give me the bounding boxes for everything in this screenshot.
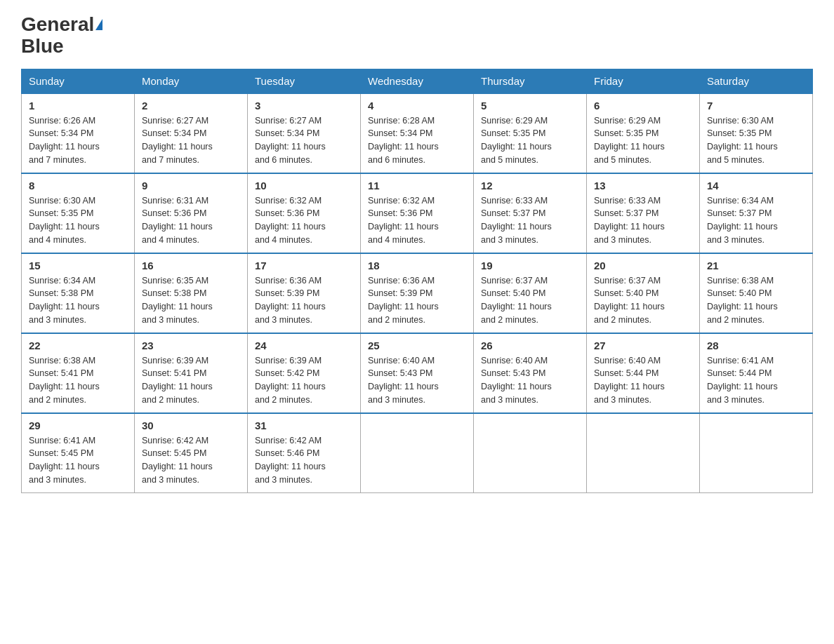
day-info: Sunrise: 6:32 AMSunset: 5:36 PMDaylight:… (368, 196, 439, 245)
day-number: 30 (142, 420, 240, 431)
weekday-header-row: SundayMondayTuesdayWednesdayThursdayFrid… (22, 69, 813, 93)
calendar-day-cell: 26 Sunrise: 6:40 AMSunset: 5:43 PMDaylig… (474, 333, 587, 413)
calendar-day-cell: 22 Sunrise: 6:38 AMSunset: 5:41 PMDaylig… (22, 333, 135, 413)
day-number: 24 (255, 340, 353, 351)
day-number: 6 (594, 100, 692, 112)
calendar-day-cell: 4 Sunrise: 6:28 AMSunset: 5:34 PMDayligh… (361, 93, 474, 173)
day-info: Sunrise: 6:41 AMSunset: 5:45 PMDaylight:… (29, 436, 100, 485)
calendar-day-cell: 10 Sunrise: 6:32 AMSunset: 5:36 PMDaylig… (248, 173, 361, 253)
calendar-day-cell: 21 Sunrise: 6:38 AMSunset: 5:40 PMDaylig… (700, 253, 813, 333)
weekday-header-saturday: Saturday (700, 69, 813, 93)
day-info: Sunrise: 6:39 AMSunset: 5:41 PMDaylight:… (142, 356, 213, 405)
calendar-day-cell (474, 413, 587, 493)
day-number: 22 (29, 340, 127, 351)
calendar-day-cell: 5 Sunrise: 6:29 AMSunset: 5:35 PMDayligh… (474, 93, 587, 173)
logo: General Blue (21, 14, 102, 58)
calendar-day-cell (700, 413, 813, 493)
day-info: Sunrise: 6:37 AMSunset: 5:40 PMDaylight:… (594, 276, 665, 325)
day-info: Sunrise: 6:29 AMSunset: 5:35 PMDaylight:… (481, 116, 552, 165)
day-info: Sunrise: 6:37 AMSunset: 5:40 PMDaylight:… (481, 276, 552, 325)
calendar-week-row: 8 Sunrise: 6:30 AMSunset: 5:35 PMDayligh… (22, 173, 813, 253)
day-info: Sunrise: 6:27 AMSunset: 5:34 PMDaylight:… (142, 116, 213, 165)
calendar-day-cell (587, 413, 700, 493)
day-number: 28 (707, 340, 805, 351)
day-info: Sunrise: 6:38 AMSunset: 5:40 PMDaylight:… (707, 276, 778, 325)
day-number: 5 (481, 100, 579, 112)
calendar-week-row: 15 Sunrise: 6:34 AMSunset: 5:38 PMDaylig… (22, 253, 813, 333)
calendar-day-cell: 20 Sunrise: 6:37 AMSunset: 5:40 PMDaylig… (587, 253, 700, 333)
weekday-header-monday: Monday (135, 69, 248, 93)
day-info: Sunrise: 6:28 AMSunset: 5:34 PMDaylight:… (368, 116, 439, 165)
day-info: Sunrise: 6:36 AMSunset: 5:39 PMDaylight:… (255, 276, 326, 325)
calendar-day-cell: 24 Sunrise: 6:39 AMSunset: 5:42 PMDaylig… (248, 333, 361, 413)
calendar-day-cell: 27 Sunrise: 6:40 AMSunset: 5:44 PMDaylig… (587, 333, 700, 413)
day-info: Sunrise: 6:34 AMSunset: 5:38 PMDaylight:… (29, 276, 100, 325)
day-info: Sunrise: 6:30 AMSunset: 5:35 PMDaylight:… (29, 196, 100, 245)
day-number: 3 (255, 100, 353, 112)
day-info: Sunrise: 6:29 AMSunset: 5:35 PMDaylight:… (594, 116, 665, 165)
day-number: 7 (707, 100, 805, 112)
day-number: 27 (594, 340, 692, 351)
weekday-header-wednesday: Wednesday (361, 69, 474, 93)
page-header: General Blue (21, 14, 813, 58)
calendar-table: SundayMondayTuesdayWednesdayThursdayFrid… (21, 69, 813, 493)
day-number: 19 (481, 260, 579, 271)
calendar-day-cell: 13 Sunrise: 6:33 AMSunset: 5:37 PMDaylig… (587, 173, 700, 253)
day-info: Sunrise: 6:34 AMSunset: 5:37 PMDaylight:… (707, 196, 778, 245)
day-number: 25 (368, 340, 466, 351)
calendar-day-cell: 14 Sunrise: 6:34 AMSunset: 5:37 PMDaylig… (700, 173, 813, 253)
day-number: 20 (594, 260, 692, 271)
day-info: Sunrise: 6:31 AMSunset: 5:36 PMDaylight:… (142, 196, 213, 245)
calendar-week-row: 29 Sunrise: 6:41 AMSunset: 5:45 PMDaylig… (22, 413, 813, 493)
day-number: 18 (368, 260, 466, 271)
calendar-day-cell: 9 Sunrise: 6:31 AMSunset: 5:36 PMDayligh… (135, 173, 248, 253)
day-info: Sunrise: 6:42 AMSunset: 5:45 PMDaylight:… (142, 436, 213, 485)
day-info: Sunrise: 6:36 AMSunset: 5:39 PMDaylight:… (368, 276, 439, 325)
calendar-day-cell: 12 Sunrise: 6:33 AMSunset: 5:37 PMDaylig… (474, 173, 587, 253)
day-number: 1 (29, 100, 127, 112)
day-number: 12 (481, 180, 579, 192)
day-number: 9 (142, 180, 240, 192)
logo-general: General (21, 14, 94, 36)
day-number: 11 (368, 180, 466, 192)
calendar-day-cell: 15 Sunrise: 6:34 AMSunset: 5:38 PMDaylig… (22, 253, 135, 333)
day-number: 29 (29, 420, 127, 431)
day-info: Sunrise: 6:35 AMSunset: 5:38 PMDaylight:… (142, 276, 213, 325)
calendar-day-cell: 7 Sunrise: 6:30 AMSunset: 5:35 PMDayligh… (700, 93, 813, 173)
calendar-day-cell: 11 Sunrise: 6:32 AMSunset: 5:36 PMDaylig… (361, 173, 474, 253)
calendar-week-row: 1 Sunrise: 6:26 AMSunset: 5:34 PMDayligh… (22, 93, 813, 173)
calendar-day-cell: 18 Sunrise: 6:36 AMSunset: 5:39 PMDaylig… (361, 253, 474, 333)
calendar-day-cell: 2 Sunrise: 6:27 AMSunset: 5:34 PMDayligh… (135, 93, 248, 173)
weekday-header-friday: Friday (587, 69, 700, 93)
calendar-day-cell: 29 Sunrise: 6:41 AMSunset: 5:45 PMDaylig… (22, 413, 135, 493)
day-number: 16 (142, 260, 240, 271)
day-number: 21 (707, 260, 805, 271)
calendar-day-cell: 25 Sunrise: 6:40 AMSunset: 5:43 PMDaylig… (361, 333, 474, 413)
day-number: 2 (142, 100, 240, 112)
day-number: 14 (707, 180, 805, 192)
day-number: 26 (481, 340, 579, 351)
day-info: Sunrise: 6:32 AMSunset: 5:36 PMDaylight:… (255, 196, 326, 245)
day-info: Sunrise: 6:33 AMSunset: 5:37 PMDaylight:… (481, 196, 552, 245)
day-number: 31 (255, 420, 353, 431)
day-number: 15 (29, 260, 127, 271)
logo-triangle-icon (95, 19, 102, 30)
calendar-day-cell: 28 Sunrise: 6:41 AMSunset: 5:44 PMDaylig… (700, 333, 813, 413)
logo-blue: Blue (21, 36, 64, 58)
calendar-day-cell: 19 Sunrise: 6:37 AMSunset: 5:40 PMDaylig… (474, 253, 587, 333)
calendar-day-cell: 1 Sunrise: 6:26 AMSunset: 5:34 PMDayligh… (22, 93, 135, 173)
calendar-day-cell: 17 Sunrise: 6:36 AMSunset: 5:39 PMDaylig… (248, 253, 361, 333)
calendar-day-cell: 3 Sunrise: 6:27 AMSunset: 5:34 PMDayligh… (248, 93, 361, 173)
day-info: Sunrise: 6:41 AMSunset: 5:44 PMDaylight:… (707, 356, 778, 405)
day-info: Sunrise: 6:38 AMSunset: 5:41 PMDaylight:… (29, 356, 100, 405)
day-info: Sunrise: 6:40 AMSunset: 5:43 PMDaylight:… (481, 356, 552, 405)
day-info: Sunrise: 6:42 AMSunset: 5:46 PMDaylight:… (255, 436, 326, 485)
day-info: Sunrise: 6:30 AMSunset: 5:35 PMDaylight:… (707, 116, 778, 165)
day-info: Sunrise: 6:40 AMSunset: 5:43 PMDaylight:… (368, 356, 439, 405)
calendar-week-row: 22 Sunrise: 6:38 AMSunset: 5:41 PMDaylig… (22, 333, 813, 413)
weekday-header-tuesday: Tuesday (248, 69, 361, 93)
day-number: 17 (255, 260, 353, 271)
day-info: Sunrise: 6:26 AMSunset: 5:34 PMDaylight:… (29, 116, 100, 165)
calendar-day-cell: 8 Sunrise: 6:30 AMSunset: 5:35 PMDayligh… (22, 173, 135, 253)
day-info: Sunrise: 6:27 AMSunset: 5:34 PMDaylight:… (255, 116, 326, 165)
